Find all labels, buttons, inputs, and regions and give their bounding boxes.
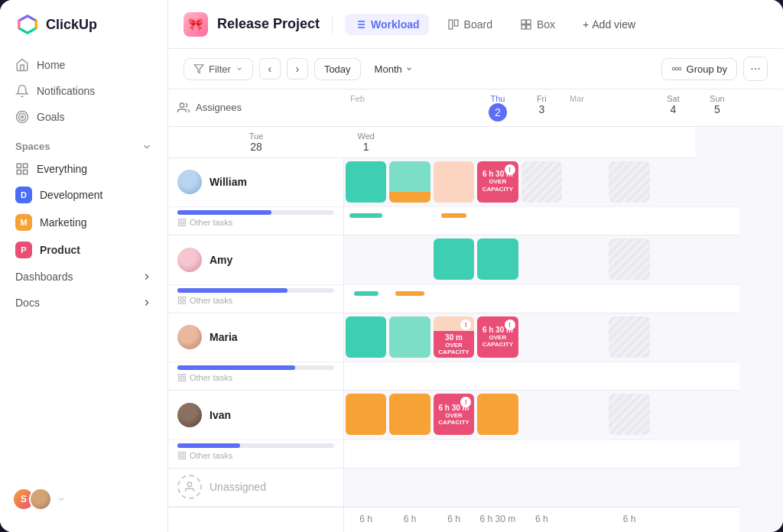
feb-label: Feb (350, 94, 365, 103)
sidebar-item-product[interactable]: P Product (6, 236, 161, 264)
maria-bar-10 (695, 362, 739, 391)
william-other-tue-fill (349, 213, 382, 218)
ivan-tue-block (346, 394, 386, 435)
ivan-bar-9 (651, 440, 695, 469)
ivan-wed-block (389, 394, 430, 435)
user-chevron-down-icon[interactable] (57, 495, 66, 504)
maria-bar-3 (388, 362, 431, 391)
wed-label: Wed (347, 131, 385, 141)
amy-progress-fill (177, 288, 288, 293)
maria-fri-info: ! (505, 320, 515, 330)
wed-sub: Wed 1 (344, 127, 388, 158)
docs-label: Docs (15, 297, 40, 309)
tab-board[interactable]: Board (438, 14, 502, 35)
add-view-button[interactable]: + Add view (573, 14, 645, 35)
sidebar-bottom: S (0, 478, 167, 520)
chevron-right-icon (141, 271, 152, 282)
plus-icon: + (583, 18, 589, 31)
month-selector[interactable]: Month (367, 59, 421, 79)
dashboards-label: Dashboards (15, 271, 73, 283)
prev-arrow-button[interactable]: ‹ (259, 58, 281, 79)
sidebar-item-development[interactable]: D Development (6, 181, 161, 209)
william-other-bar-sun (651, 207, 695, 235)
maria-progress-bg (177, 365, 334, 370)
ivan-thu-cap: OVER CAPACITY (434, 412, 474, 426)
footer-h8-label: 6 h (623, 514, 636, 524)
docs-chevron-right-icon (141, 297, 152, 308)
footer-h-8: 6 h (607, 507, 651, 532)
ivan-name: Ivan (210, 409, 231, 421)
chevron-down-icon[interactable] (141, 141, 152, 152)
footer-h-4: 6 h (432, 507, 476, 532)
svg-rect-28 (183, 223, 186, 226)
maria-bar-9 (651, 362, 695, 391)
william-other-bar-fri (476, 207, 519, 235)
filter-chevron-icon (236, 65, 243, 73)
maria-bar-2 (344, 362, 388, 391)
unassigned-c10 (695, 469, 739, 508)
next-arrow-button[interactable]: › (287, 58, 308, 79)
unassigned-c2 (344, 469, 388, 508)
svg-rect-40 (183, 456, 186, 459)
sidebar-item-home[interactable]: Home (6, 52, 161, 78)
svg-rect-35 (179, 378, 182, 381)
group-by-button[interactable]: Group by (661, 58, 737, 80)
everything-label: Everything (37, 163, 87, 175)
ivan-bar-3 (388, 440, 431, 469)
sun-sub2 (651, 127, 695, 158)
amy-other-fri (476, 285, 519, 313)
svg-rect-34 (183, 375, 186, 378)
william-other-tasks-label: Other tasks (190, 218, 232, 227)
svg-rect-6 (24, 170, 28, 174)
amy-other-tue-fill (354, 291, 379, 296)
grid-icon (15, 162, 29, 176)
user-avatar-img[interactable] (29, 488, 52, 511)
william-sun (651, 158, 695, 208)
amy-other-sat2 (607, 285, 651, 313)
maria-tue (344, 313, 388, 363)
spaces-label: Spaces (15, 141, 50, 152)
ivan-progress: Other tasks (168, 440, 344, 469)
sat-header: Sat 4 (651, 89, 695, 127)
amy-other-sat (520, 285, 564, 313)
sat-day-label: Sat (655, 94, 692, 103)
development-label: Development (40, 189, 103, 201)
sidebar-item-goals[interactable]: Goals (6, 104, 161, 130)
maria-bar-6 (520, 362, 564, 391)
today-button[interactable]: Today (314, 58, 361, 80)
amy-other-tasks-label: Other tasks (190, 296, 232, 305)
ivan-progress-fill (177, 443, 240, 448)
sidebar-item-notifications[interactable]: Notifications (6, 78, 161, 104)
sidebar-item-everything[interactable]: Everything (6, 157, 161, 181)
mar-label: Mar (570, 94, 584, 103)
amy-other-thu (432, 285, 476, 313)
maria-other-tasks-label: Other tasks (190, 373, 232, 382)
sidebar-item-marketing[interactable]: M Marketing (6, 209, 161, 236)
filter-button[interactable]: Filter (184, 58, 253, 80)
wed-num: 1 (347, 141, 385, 153)
ivan-thu: 6 h 30 m OVER CAPACITY ! (432, 391, 476, 440)
tab-box[interactable]: Box (511, 14, 564, 35)
unassigned-label: Unassigned (168, 469, 344, 508)
month-label: Month (375, 63, 402, 75)
svg-point-2 (19, 114, 26, 121)
toolbar-right: Group by ··· (661, 57, 768, 81)
maria-fri: 6 h 30 m OVER CAPACITY ! (476, 313, 519, 363)
amy-other-sun (651, 285, 695, 313)
thu-header: Thu 2 (476, 89, 519, 127)
svg-rect-31 (179, 301, 182, 304)
fri-day-num: 3 (523, 103, 560, 115)
more-options-button[interactable]: ··· (743, 57, 768, 81)
sidebar-item-docs[interactable]: Docs (0, 290, 167, 316)
sidebar-item-dashboards[interactable]: Dashboards (0, 264, 167, 290)
tab-workload[interactable]: Workload (345, 14, 429, 35)
calendar-grid: Assignees Feb Thu 2 Fri 3 Mar S (168, 89, 783, 532)
maria-bar-8 (607, 362, 651, 391)
amy-tue (344, 235, 388, 285)
svg-rect-36 (183, 378, 186, 381)
amy-other-c7 (564, 285, 607, 313)
goals-label: Goals (37, 111, 65, 123)
maria-bar-7 (564, 362, 607, 391)
page-header: 🎀 Release Project Workload Board (168, 0, 783, 49)
sidebar-logo[interactable]: ClickUp (0, 12, 167, 52)
